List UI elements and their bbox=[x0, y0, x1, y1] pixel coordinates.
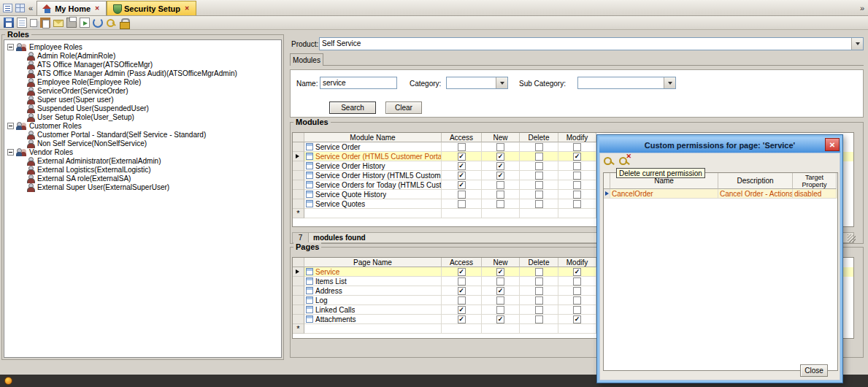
new-checkbox[interactable] bbox=[496, 315, 504, 323]
new-checkbox[interactable] bbox=[496, 181, 504, 189]
tree-item[interactable]: ATS Office Manager Admin (Pass Audit)(AT… bbox=[4, 69, 281, 77]
collapse-icon[interactable] bbox=[7, 123, 14, 129]
new-checkbox[interactable] bbox=[496, 306, 504, 314]
row-selector[interactable] bbox=[293, 142, 304, 152]
delete-checkbox[interactable] bbox=[535, 172, 543, 180]
new-checkbox[interactable] bbox=[496, 162, 504, 170]
dropdown-arrow-icon[interactable] bbox=[851, 38, 863, 50]
tree-item[interactable]: Non Self Service(NonSelfService) bbox=[4, 139, 281, 147]
new-checkbox[interactable] bbox=[496, 153, 504, 161]
modify-checkbox[interactable] bbox=[573, 287, 581, 295]
window-list-icon[interactable] bbox=[15, 4, 25, 12]
column-header-new[interactable]: New bbox=[482, 133, 520, 142]
refresh-icon[interactable] bbox=[93, 18, 103, 28]
modify-checkbox[interactable] bbox=[573, 153, 581, 161]
tree-item[interactable]: External Administrator(ExternalAdmin) bbox=[4, 156, 281, 165]
delete-checkbox[interactable] bbox=[535, 268, 543, 276]
tree-item[interactable]: Suspended User(SuspendedUser) bbox=[4, 104, 281, 112]
row-selector[interactable] bbox=[293, 190, 304, 199]
tree-item[interactable]: ServiceOrder(ServiceOrder) bbox=[4, 86, 281, 95]
lock-icon[interactable] bbox=[119, 18, 129, 28]
new-document-icon[interactable] bbox=[17, 18, 27, 28]
tree-item[interactable]: Employee Role(Employee Role) bbox=[4, 77, 281, 86]
access-checkbox[interactable] bbox=[458, 287, 466, 295]
dropdown-arrow-icon[interactable] bbox=[664, 77, 675, 88]
collapse-icon[interactable] bbox=[7, 44, 14, 50]
delete-checkbox[interactable] bbox=[535, 191, 543, 199]
modify-checkbox[interactable] bbox=[573, 315, 581, 323]
tree-group-customer-roles[interactable]: Customer Roles bbox=[4, 121, 281, 130]
column-header-target-property[interactable]: Target Property bbox=[793, 173, 837, 189]
delete-checkbox[interactable] bbox=[535, 200, 543, 208]
modify-checkbox[interactable] bbox=[573, 162, 581, 170]
tree-group-employee-roles[interactable]: Employee Roles bbox=[4, 42, 281, 51]
access-checkbox[interactable] bbox=[458, 162, 466, 170]
column-header-modify[interactable]: Modify bbox=[558, 133, 596, 142]
row-selector[interactable] bbox=[293, 277, 304, 286]
clear-button[interactable]: Clear bbox=[385, 101, 422, 114]
paste-icon[interactable] bbox=[40, 18, 50, 28]
delete-checkbox[interactable] bbox=[535, 277, 543, 286]
column-header-modify[interactable]: Modify bbox=[558, 258, 596, 267]
key-icon[interactable] bbox=[106, 18, 116, 28]
delete-checkbox[interactable] bbox=[535, 287, 543, 295]
notification-icon[interactable] bbox=[4, 377, 12, 385]
row-selector[interactable] bbox=[293, 161, 304, 171]
delete-permission-icon[interactable]: ✕ bbox=[618, 155, 631, 166]
row-selector[interactable] bbox=[604, 189, 610, 199]
row-selector[interactable] bbox=[293, 152, 304, 161]
dialog-titlebar[interactable]: Custom permissions for page: 'Service' bbox=[599, 137, 840, 153]
tab-modules[interactable]: Modules bbox=[290, 53, 323, 66]
delete-checkbox[interactable] bbox=[535, 315, 543, 323]
modify-checkbox[interactable] bbox=[573, 277, 581, 286]
column-header-new[interactable]: New bbox=[482, 258, 520, 267]
row-selector[interactable] bbox=[293, 171, 304, 180]
tree-item[interactable]: User Setup Role(User_Setup) bbox=[4, 112, 281, 121]
modify-checkbox[interactable] bbox=[573, 268, 581, 276]
tree-item[interactable]: ATS Office Manager(ATSOfficeMgr) bbox=[4, 60, 281, 69]
modify-checkbox[interactable] bbox=[573, 172, 581, 180]
resize-grip[interactable] bbox=[848, 234, 856, 242]
row-selector[interactable] bbox=[293, 199, 304, 209]
scroll-tabs-right-icon[interactable] bbox=[859, 4, 865, 12]
column-header-delete[interactable]: Delete bbox=[520, 258, 558, 267]
access-checkbox[interactable] bbox=[458, 172, 466, 180]
tab-security-setup[interactable]: Security Setup bbox=[107, 1, 196, 15]
modify-checkbox[interactable] bbox=[573, 306, 581, 314]
delete-checkbox[interactable] bbox=[535, 162, 543, 170]
new-checkbox[interactable] bbox=[496, 268, 504, 276]
email-icon[interactable] bbox=[53, 20, 64, 27]
tree-item[interactable]: External Logistics(ExternalLogistic) bbox=[4, 165, 281, 174]
print-icon[interactable] bbox=[66, 18, 77, 28]
new-checkbox[interactable] bbox=[496, 200, 504, 208]
new-checkbox[interactable] bbox=[496, 191, 504, 199]
dialog-close-icon[interactable] bbox=[825, 138, 840, 151]
modify-checkbox[interactable] bbox=[573, 296, 581, 304]
tab-my-home[interactable]: My Home bbox=[37, 1, 107, 15]
row-selector[interactable] bbox=[293, 296, 304, 305]
delete-checkbox[interactable] bbox=[535, 153, 543, 161]
close-tab-icon[interactable] bbox=[93, 5, 101, 12]
add-permission-icon[interactable] bbox=[603, 155, 615, 166]
product-select[interactable]: Self Service bbox=[319, 37, 864, 50]
access-checkbox[interactable] bbox=[458, 268, 466, 276]
subcategory-select[interactable] bbox=[577, 77, 676, 89]
row-selector[interactable] bbox=[293, 305, 304, 315]
column-header-delete[interactable]: Delete bbox=[520, 133, 558, 142]
new-checkbox[interactable] bbox=[496, 287, 504, 295]
new-checkbox[interactable] bbox=[496, 143, 504, 151]
access-checkbox[interactable] bbox=[458, 277, 466, 286]
delete-checkbox[interactable] bbox=[535, 306, 543, 314]
modify-checkbox[interactable] bbox=[573, 181, 581, 189]
access-checkbox[interactable] bbox=[458, 191, 466, 199]
new-checkbox[interactable] bbox=[496, 296, 504, 304]
scroll-tabs-left-icon[interactable] bbox=[28, 4, 34, 12]
tree-item[interactable]: Admin Role(AdminRole) bbox=[4, 51, 281, 60]
column-header-access[interactable]: Access bbox=[442, 133, 482, 142]
access-checkbox[interactable] bbox=[458, 315, 466, 323]
collapse-icon[interactable] bbox=[7, 149, 14, 156]
column-header-page-name[interactable]: Page Name bbox=[304, 258, 442, 267]
access-checkbox[interactable] bbox=[458, 153, 466, 161]
access-checkbox[interactable] bbox=[458, 296, 466, 304]
tree-item[interactable]: External SA role(ExternalSA) bbox=[4, 174, 281, 183]
